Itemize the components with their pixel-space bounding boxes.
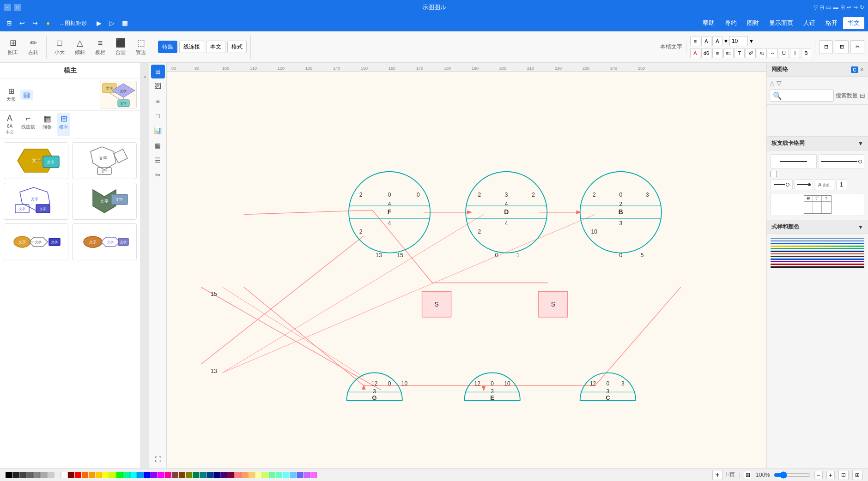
cut-format-btn[interactable]: ✂ bbox=[850, 40, 864, 54]
color-line-8[interactable] bbox=[771, 256, 864, 257]
zoom-out-btn[interactable]: － bbox=[814, 471, 823, 479]
font-size-dropdown[interactable]: ▼ bbox=[749, 38, 754, 44]
search-label[interactable]: 搜索数量 bbox=[836, 92, 858, 100]
tool-tilt[interactable]: △ 倾斜 bbox=[71, 36, 89, 58]
line-style-solid[interactable] bbox=[771, 154, 817, 169]
lt-layers-btn[interactable]: ≡ bbox=[151, 94, 165, 108]
menu-table-icon[interactable]: ▦ bbox=[119, 18, 130, 29]
tool-size[interactable]: □ 小大 bbox=[50, 36, 69, 58]
tool-combine[interactable]: ⬛ 合堂 bbox=[111, 36, 130, 58]
color-line-10[interactable] bbox=[771, 261, 864, 262]
color-pink[interactable] bbox=[165, 472, 171, 478]
format-style-btn[interactable]: 格式 bbox=[227, 41, 247, 53]
color-forest[interactable] bbox=[193, 472, 199, 478]
line-opt-4[interactable]: 1 bbox=[836, 179, 847, 190]
format-connect-btn[interactable]: 线连接 bbox=[179, 41, 204, 53]
color-black[interactable] bbox=[6, 472, 12, 478]
sup-btn[interactable]: x² bbox=[746, 48, 756, 58]
color-line-4[interactable] bbox=[771, 246, 864, 247]
color-gray1[interactable] bbox=[26, 472, 33, 478]
style-end-arrow[interactable] bbox=[771, 171, 777, 177]
box-diagram-style[interactable]: 柳 丁 丫 bbox=[771, 193, 864, 216]
insert-btn[interactable]: T bbox=[734, 48, 745, 58]
color-line-3[interactable] bbox=[771, 243, 864, 244]
color-yellow1[interactable] bbox=[96, 472, 102, 478]
menu-shapes-item[interactable]: ...图框矩形 bbox=[55, 18, 91, 29]
bullet-btn[interactable]: ≡ bbox=[712, 48, 722, 58]
network-close-btn[interactable]: × bbox=[860, 66, 863, 73]
color-lavender[interactable] bbox=[303, 472, 310, 478]
maximize-button[interactable]: □ bbox=[14, 4, 21, 11]
window-icon1[interactable]: ⊟ bbox=[819, 4, 824, 11]
menu-play-icon[interactable]: ▶ bbox=[93, 18, 104, 29]
color-orange2[interactable] bbox=[89, 472, 95, 478]
menu-view[interactable]: 显示面页 bbox=[765, 17, 798, 29]
undo-icon[interactable]: ↩ bbox=[847, 4, 851, 11]
color-lightcyan[interactable] bbox=[283, 472, 289, 478]
color-burgundy[interactable] bbox=[227, 472, 234, 478]
italic-btn[interactable]: I bbox=[790, 48, 800, 58]
color-green1[interactable] bbox=[116, 472, 123, 478]
color-gray2[interactable] bbox=[33, 472, 40, 478]
layout-btn[interactable]: ⊞ bbox=[852, 470, 862, 480]
canvas-area[interactable]: 80 90 100 110 120 130 140 150 160 170 18… bbox=[167, 63, 766, 468]
color-line-12[interactable] bbox=[771, 266, 864, 268]
zoom-fit-btn[interactable]: ⊞ bbox=[744, 471, 752, 479]
color-orange1[interactable] bbox=[82, 472, 88, 478]
menu-back-icon[interactable]: ↩ bbox=[17, 18, 28, 29]
color-navy1[interactable] bbox=[206, 472, 213, 478]
tool-border[interactable]: ⬚ 置边 bbox=[132, 36, 150, 58]
color-white[interactable] bbox=[61, 472, 67, 478]
shape-item-1[interactable]: 文字 文字 bbox=[4, 142, 68, 179]
lt-grid-btn[interactable]: ⊞ bbox=[151, 65, 165, 78]
style-expand-btn[interactable]: ▼ bbox=[858, 140, 863, 147]
line-opt-1[interactable] bbox=[771, 179, 793, 190]
superscript-btn[interactable]: d6 bbox=[701, 48, 711, 58]
nav-icon[interactable]: ▽ bbox=[813, 4, 818, 11]
color-brown[interactable] bbox=[179, 472, 185, 478]
align-left-btn[interactable]: ≡ bbox=[690, 36, 700, 46]
tab-connector[interactable]: ⌐ 线连接 bbox=[19, 113, 37, 136]
color-line-5[interactable] bbox=[771, 248, 864, 249]
collapse-left-btn[interactable]: « bbox=[141, 63, 149, 90]
color-line-11[interactable] bbox=[771, 264, 864, 265]
zoom-in-btn[interactable]: + bbox=[826, 471, 835, 479]
shape-item-5[interactable]: 文字 文字 文字 bbox=[4, 223, 68, 260]
copy-format-btn[interactable]: ⊟ bbox=[819, 40, 833, 54]
color-mint[interactable] bbox=[269, 472, 275, 478]
color-line-9[interactable] bbox=[771, 259, 864, 260]
window-icon4[interactable]: ⊞ bbox=[840, 4, 845, 11]
lt-frame-btn[interactable]: □ bbox=[151, 109, 165, 123]
font-dropdown-btn[interactable]: ▼ bbox=[723, 38, 728, 44]
color-lightmagenta[interactable] bbox=[310, 472, 317, 478]
conn-color-expand[interactable]: ▼ bbox=[858, 224, 863, 230]
shape-item-4[interactable]: 文字 文字 bbox=[72, 183, 137, 220]
diagram-svg[interactable]: 2 0 0 4 F 4 2 13 15 2 3 2 4 D 4 2 bbox=[167, 72, 766, 468]
line-style-circle-end[interactable] bbox=[819, 154, 865, 169]
color-light1[interactable] bbox=[54, 472, 61, 478]
color-navy2[interactable] bbox=[213, 472, 220, 478]
color-teal[interactable] bbox=[200, 472, 206, 478]
color-dark2[interactable] bbox=[19, 472, 26, 478]
indent-btn[interactable]: ≡↕ bbox=[723, 48, 734, 58]
format-rotate-btn[interactable]: 转旋 bbox=[158, 41, 177, 53]
color-line-2[interactable] bbox=[771, 240, 864, 241]
color-purple1[interactable] bbox=[151, 472, 158, 478]
lt-cut-btn[interactable]: ✂ bbox=[151, 168, 165, 182]
color-gold[interactable] bbox=[248, 472, 255, 478]
tool-grid[interactable]: ≡ 板栏 bbox=[91, 36, 109, 58]
tool-shapes[interactable]: ⊞ 天形 bbox=[4, 86, 18, 103]
zoom-slider[interactable] bbox=[774, 471, 811, 479]
network-badge[interactable]: C bbox=[851, 66, 858, 73]
tab-text[interactable]: A 6A 本文 bbox=[4, 113, 16, 136]
font-larger-btn[interactable]: A bbox=[701, 36, 711, 46]
tool-template[interactable]: ▦ bbox=[20, 90, 33, 100]
shape-item-6[interactable]: 文字 文字 文字 bbox=[72, 223, 137, 260]
spacing-btn[interactable]: ↔ bbox=[768, 48, 778, 58]
color-lime[interactable] bbox=[109, 472, 116, 478]
color-olive[interactable] bbox=[186, 472, 192, 478]
sub-btn[interactable]: x₂ bbox=[757, 48, 767, 58]
tab-table[interactable]: ▦ 间鲁 bbox=[41, 113, 54, 136]
paste-format-btn[interactable]: ⊞ bbox=[835, 40, 849, 54]
color-gray3[interactable] bbox=[40, 472, 47, 478]
